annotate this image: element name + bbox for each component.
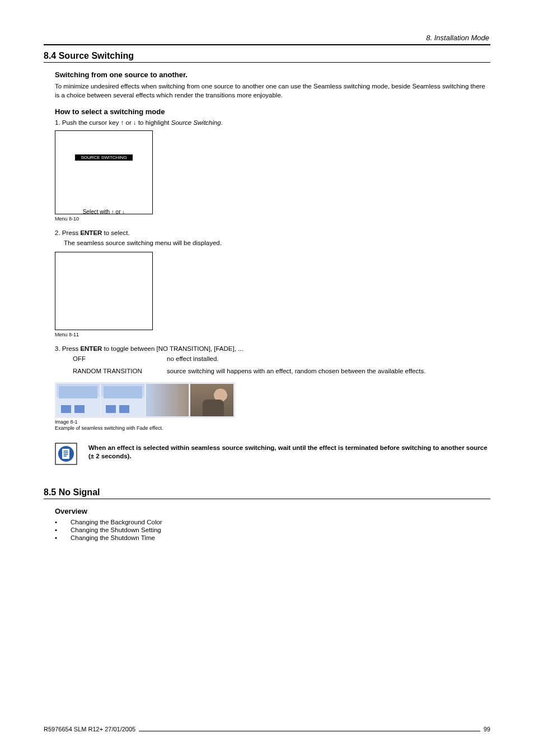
- step-1-em: Source Switching: [171, 119, 221, 126]
- img-cap-2: Example of seamless switching with Fade …: [55, 425, 163, 431]
- def-term: OFF: [73, 355, 167, 362]
- list-item: Changing the Background Color: [55, 519, 490, 525]
- paragraph: To minimize undesired effects when switc…: [55, 82, 490, 100]
- menu-title: INSTALLATION: [60, 134, 148, 139]
- def-def: no effect installed.: [167, 355, 490, 362]
- definitions-table: OFF no effect installed. RANDOM TRANSITI…: [73, 355, 490, 374]
- menu-line: 800 PERIPHERAL: [60, 147, 148, 153]
- list-item: Changing the Shutdown Time: [55, 534, 490, 541]
- step-3-c: to toggle between [NO TRANSITION], [FADE…: [102, 345, 243, 352]
- menu-line: BOX IN - OUT: [60, 273, 148, 279]
- header-rule: [44, 44, 490, 45]
- def-def: source switching will happens with an ef…: [167, 368, 490, 374]
- step-2-sub: The seamless source switching menu will …: [64, 240, 490, 246]
- menu-nav: Select with ↑ or ↓ then <ENTER> <EXIT> t…: [60, 209, 148, 227]
- menu-nav-1: Select with ↑ or ↓: [83, 209, 125, 215]
- menu-nav: <ENTER> to return: [60, 314, 148, 320]
- thumb-mix: [146, 384, 189, 416]
- table-row: RANDOM TRANSITION source switching will …: [73, 368, 490, 374]
- image-8-1: [55, 382, 235, 418]
- menu-nav-3: <EXIT> to return.: [88, 222, 120, 227]
- footer-rule: [139, 731, 480, 731]
- menu-line: FADE: [60, 285, 148, 290]
- chapter-header: 8. Installation Mode: [44, 34, 490, 42]
- list-item-text: Changing the Shutdown Time: [71, 534, 155, 541]
- step-2: 2. Press ENTER to select.: [55, 229, 490, 236]
- menu-line: INTERNAL PATTERNS: [60, 196, 148, 202]
- section-rule: [44, 499, 490, 499]
- list-item-text: Changing the Background Color: [71, 519, 162, 525]
- note-icon: [55, 443, 77, 465]
- list-item: Changing the Shutdown Setting: [55, 527, 490, 533]
- thumb-desktop-1: [57, 384, 100, 416]
- step-1-text-b: .: [221, 119, 223, 126]
- menu-line: RANDOM MODE: [60, 262, 148, 267]
- menu-line: HORIZONTAL CURTAIN OPEN - CLOSE: [60, 296, 148, 302]
- step-3: 3. Press ENTER to toggle between [NO TRA…: [55, 345, 490, 352]
- step-1: 1. Push the cursor key ↑ or ↓ to highlig…: [55, 119, 490, 126]
- subheading-how-to: How to select a switching mode: [55, 107, 490, 116]
- menu-line: CONVERGENCE: [60, 168, 148, 173]
- step-1-text-a: 1. Push the cursor key ↑ or ↓ to highlig…: [55, 119, 171, 126]
- subheading-overview: Overview: [55, 507, 490, 515]
- menu-nav-2: then <ENTER>: [90, 216, 118, 221]
- table-row: OFF no effect installed.: [73, 355, 490, 362]
- thumb-person: [190, 384, 233, 416]
- menu-highlight: SOURCE SWITCHING: [75, 154, 132, 161]
- thumb-desktop-2: [101, 384, 144, 416]
- section-8-5-heading: 8.5 No Signal: [44, 487, 490, 497]
- menu-8-11-caption: Menu 8-11: [55, 332, 490, 337]
- menu-line: OSD: [60, 191, 148, 196]
- note-block: When an effect is selected within seamle…: [55, 443, 490, 465]
- page-footer: R5976654 SLM R12+ 27/01/2005 99: [44, 726, 490, 732]
- menu-line: QUICK ACCESS KEYS: [60, 185, 148, 191]
- def-term: RANDOM TRANSITION: [73, 368, 167, 374]
- overview-list: Changing the Background Color Changing t…: [55, 519, 490, 541]
- menu-line: NO SIGNAL: [60, 162, 148, 168]
- subheading-switching: Switching from one source to another.: [55, 71, 490, 79]
- svg-rect-2: [62, 449, 69, 459]
- footer-page-number: 99: [484, 726, 490, 732]
- section-rule: [44, 62, 490, 63]
- footer-left: R5976654 SLM R12+ 27/01/2005: [44, 726, 135, 732]
- step-2-a: 2. Press: [55, 229, 80, 236]
- menu-line: SHIFT IN - OUT: [60, 279, 148, 284]
- menu-line: INPUT SLOTS: [60, 142, 148, 147]
- section-8-4-heading: 8.4 Source Switching: [44, 51, 490, 61]
- menu-title: SEAMLESS SOURCE SWITCHING: [60, 256, 148, 260]
- step-2-b: ENTER: [80, 229, 102, 236]
- menu-line: LENS: [60, 180, 148, 185]
- menu-line: [NO TRANSITION]: [60, 267, 148, 273]
- list-item-text: Changing the Shutdown Setting: [71, 527, 161, 533]
- step-3-a: 3. Press: [55, 345, 80, 352]
- step-2-c: to select.: [102, 229, 129, 236]
- image-8-1-caption: Image 8-1 Example of seamless switching …: [55, 419, 490, 431]
- menu-8-11-box: SEAMLESS SOURCE SWITCHING RANDOM MODE [N…: [55, 252, 153, 330]
- menu-line: CONFIGURATION: [60, 174, 148, 180]
- menu-8-10-box: INSTALLATION INPUT SLOTS 800 PERIPHERAL …: [55, 130, 153, 214]
- note-text: When an effect is selected within seamle…: [88, 443, 490, 465]
- img-cap-1: Image 8-1: [55, 419, 78, 425]
- menu-line: VERTICAL CURTAIN OPEN - CLOSE: [60, 290, 148, 296]
- step-3-b: ENTER: [80, 345, 102, 352]
